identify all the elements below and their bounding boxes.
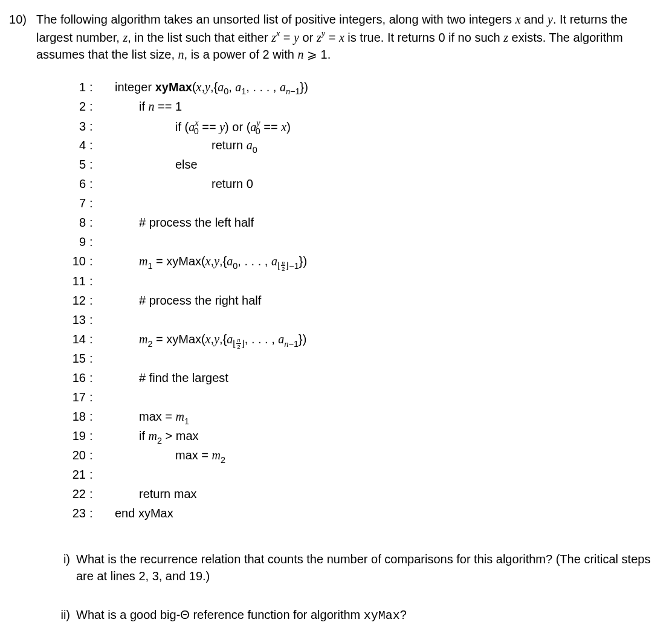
line-number: 9 — [63, 233, 89, 250]
code-line-15: 15: — [63, 350, 661, 369]
var-x: x — [515, 13, 521, 26]
colon: : — [89, 311, 102, 328]
var-z: z — [503, 31, 508, 44]
colon: : — [89, 175, 102, 192]
colon: : — [89, 118, 102, 135]
eq: = — [325, 31, 339, 44]
colon: : — [89, 292, 102, 309]
colon: : — [89, 214, 102, 231]
problem-10: 10) The following algorithm takes an uns… — [5, 11, 661, 631]
subpart-body: What is a good big-Θ reference function … — [76, 606, 661, 624]
colon: : — [89, 253, 102, 270]
line-number: 22 — [63, 485, 89, 502]
line-number: 12 — [63, 292, 89, 309]
a0: a — [247, 138, 253, 152]
code-line-23: 23: end xyMax — [63, 505, 661, 524]
code-line-4: 4: return a0 — [63, 137, 661, 156]
eq: = — [280, 31, 294, 44]
colon: : — [89, 369, 102, 386]
minus-1: −1 — [290, 86, 300, 96]
eq: == — [199, 120, 219, 133]
intro-text: or — [299, 31, 317, 44]
colon: : — [89, 195, 102, 212]
sup-x: x — [276, 28, 280, 38]
code-content: integer xyMax(x,y,{a0, a1, . . . , an−1}… — [102, 79, 308, 97]
eq-1: == 1 — [155, 100, 183, 113]
kw-return: return — [212, 138, 247, 152]
expr-zy: z — [317, 31, 321, 44]
code-content: max = m1 — [102, 408, 189, 427]
sub-1: 1 — [241, 86, 246, 96]
line-number: 14 — [63, 331, 89, 348]
code-line-20: 20: max = m2 — [63, 447, 661, 466]
geq-1: ⩾ 1. — [303, 48, 331, 61]
line-number: 13 — [63, 311, 89, 328]
line-number: 17 — [63, 389, 89, 406]
line-number: 19 — [63, 427, 89, 444]
line-number: 11 — [63, 273, 89, 290]
code-line-11: 11: — [63, 273, 661, 292]
line-number: 10 — [63, 253, 89, 270]
brace: ,{ — [219, 332, 227, 346]
code-line-2: 2: if n == 1 — [63, 98, 661, 117]
problem-number: 10) — [5, 11, 27, 631]
code-line-18: 18: max = m1 — [63, 408, 661, 427]
sup-y: y — [321, 28, 325, 38]
colon: : — [89, 427, 102, 444]
sub-0: 0 — [253, 145, 257, 155]
kw-if: if — [139, 429, 149, 442]
var-m2: m — [149, 429, 157, 442]
fn-name: xyMax — [364, 609, 400, 623]
var-n: n — [178, 48, 184, 61]
subpart-i: i) What is the recurrence relation that … — [57, 551, 661, 584]
kw-if: if — [139, 100, 149, 113]
var-m2: m — [212, 448, 221, 462]
frac-n-2: n2 — [236, 337, 241, 350]
code-line-14: 14: m2 = xyMax(x,y,{a⌊n2⌋, . . . , an−1}… — [63, 331, 661, 351]
arg-y: y — [214, 332, 219, 346]
kw-integer: integer — [115, 80, 155, 94]
code-line-21: 21: — [63, 466, 661, 485]
code-line-9: 9: — [63, 233, 661, 253]
close: }) — [300, 80, 308, 94]
colon: : — [89, 273, 102, 290]
sub-n: n — [284, 339, 288, 349]
code-line-10: 10: m1 = xyMax(x,y,{a0, . . . , a⌊n2⌋−1}… — [63, 253, 661, 273]
colon: : — [89, 156, 102, 173]
line-number: 23 — [63, 505, 89, 522]
code-content: return max — [102, 485, 197, 502]
code-line-13: 13: — [63, 311, 661, 331]
line-number: 3 — [63, 118, 89, 135]
code-line-22: 22: return max — [63, 485, 661, 505]
colon: : — [89, 98, 102, 115]
sub-0: 0 — [233, 261, 237, 271]
sub-floor: ⌊n2⌋ — [233, 339, 244, 349]
gt-max: > max — [162, 429, 199, 442]
var-x: x — [339, 31, 344, 44]
var-m1: m — [139, 254, 147, 268]
subpart-label: i) — [57, 551, 70, 584]
code-line-8: 8: # process the left half — [63, 214, 661, 233]
ellipsis: , . . . , — [237, 254, 271, 268]
code-line-1: 1: integer xyMax(x,y,{a0, a1, . . . , an… — [63, 79, 661, 98]
arg-x: x — [205, 332, 211, 346]
arg-x: x — [205, 254, 211, 268]
code-comment: # find the largest — [102, 369, 228, 386]
var-x: x — [281, 120, 286, 133]
expr-zx: z — [271, 31, 276, 44]
code-content: if n == 1 — [102, 98, 182, 115]
code-line-16: 16: # find the largest — [63, 369, 661, 389]
colon: : — [89, 505, 102, 522]
arg-y: y — [205, 80, 210, 94]
code-content: if (ax0 == y) or (ay0 == x) — [102, 117, 291, 137]
floor-right-icon: ⌋ — [241, 339, 245, 349]
arg-y: y — [214, 254, 219, 268]
code-line-3: 3: if (ax0 == y) or (ay0 == x) — [63, 117, 661, 137]
code-line-7: 7: — [63, 195, 661, 214]
line-number: 18 — [63, 408, 89, 425]
close: }) — [299, 254, 307, 268]
line-number: 5 — [63, 156, 89, 173]
colon: : — [89, 389, 102, 406]
q-text: What is a good big-Θ reference function … — [76, 608, 364, 621]
a-idx: a — [271, 254, 277, 268]
